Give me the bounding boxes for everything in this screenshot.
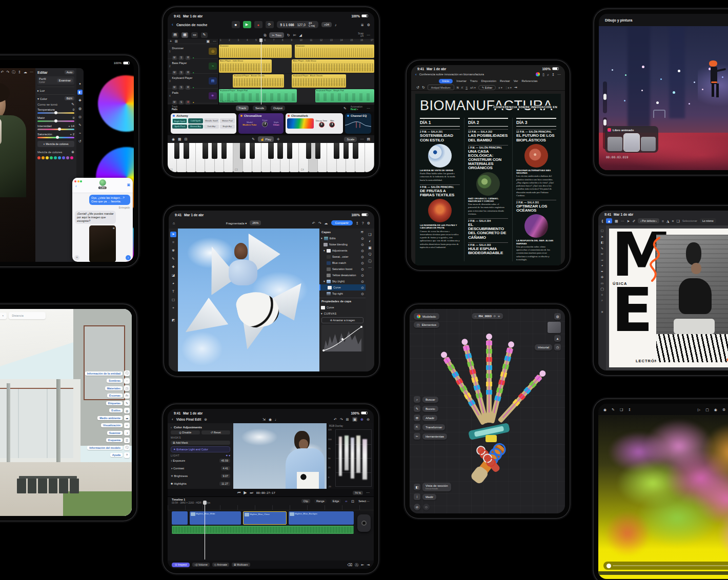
minimize-icon[interactable]: ⊖ bbox=[367, 418, 370, 421]
record-take-icon[interactable]: ◉ bbox=[172, 137, 175, 141]
move-tool[interactable]: ➤ bbox=[170, 232, 176, 237]
wet-knob[interactable] bbox=[329, 122, 335, 128]
play-surface-button[interactable]: ☝ Play bbox=[258, 136, 274, 142]
layer-row[interactable]: Yellow desaturation⊙ bbox=[319, 272, 366, 278]
tab-ver[interactable]: Ver bbox=[514, 79, 518, 82]
project-title[interactable]: Video Final Edit bbox=[176, 418, 201, 421]
track-header-pads[interactable]: 4 Pads M S R ● ✳ bbox=[168, 89, 218, 103]
play-icon[interactable]: ▶ bbox=[244, 491, 247, 495]
solo-button[interactable]: S bbox=[179, 100, 184, 105]
layer-row[interactable]: Blue match⊙ bbox=[319, 260, 366, 266]
modelado-button[interactable]: Modelado bbox=[414, 313, 439, 320]
lasso-tool[interactable]: ✾ bbox=[170, 248, 176, 254]
cloud-icon[interactable]: ☁ bbox=[24, 70, 27, 74]
brush-size-slider[interactable] bbox=[603, 81, 607, 113]
split-icon[interactable]: ✄ bbox=[293, 33, 296, 37]
mezcla-colores-button[interactable]: ◐ Mezcla de colores bbox=[37, 141, 74, 147]
text-tool[interactable]: T bbox=[170, 289, 176, 295]
regions-view-button[interactable]: ▦ bbox=[181, 32, 188, 38]
message-photo[interactable]: ⊗ bbox=[89, 225, 116, 262]
audio-clip[interactable] bbox=[172, 526, 354, 534]
slider-track[interactable] bbox=[37, 120, 74, 122]
clip[interactable]: Skyline_Blue_Backgro bbox=[289, 511, 354, 525]
project-title[interactable]: Dibujo y pintura bbox=[605, 18, 632, 22]
layer-row[interactable]: Sweat...oster⊙ bbox=[319, 254, 366, 260]
delete-icon[interactable]: ⌫ bbox=[347, 563, 352, 567]
loop-icon[interactable]: ∞ bbox=[345, 500, 347, 503]
tab-disposicion[interactable]: Disposición bbox=[481, 79, 496, 82]
eye-icon[interactable]: ⊙ bbox=[361, 274, 364, 277]
editar-button[interactable]: ✎ Editar bbox=[478, 85, 496, 90]
eraser-tool[interactable]: ◪ bbox=[170, 273, 176, 278]
back-chevron-icon[interactable]: ‹ bbox=[172, 22, 173, 27]
indent-icon[interactable]: ⇥ bbox=[514, 86, 517, 89]
filter-icon[interactable]: ≋ bbox=[360, 230, 363, 234]
share-icon[interactable]: ↥ bbox=[552, 73, 555, 76]
slider-track[interactable] bbox=[37, 112, 74, 114]
plugin-chromaglow[interactable]: ChromaGlow ModelModern Tube Drive StyleC… bbox=[238, 113, 284, 134]
swatch[interactable] bbox=[37, 156, 41, 159]
browser-icon[interactable]: ⊞ bbox=[346, 418, 349, 421]
eye-icon[interactable]: ⊙ bbox=[361, 255, 364, 259]
swatch[interactable] bbox=[50, 156, 53, 159]
button-soften[interactable]: Suavizar◑ bbox=[107, 430, 130, 436]
disable-snap-icon[interactable]: ⊘ bbox=[414, 504, 420, 510]
appearance-icon[interactable]: ◍ bbox=[554, 313, 561, 320]
font-size-button[interactable]: aA ▾ bbox=[470, 86, 476, 89]
decay-knob[interactable] bbox=[319, 122, 325, 128]
disable-button[interactable]: ◎ Disable bbox=[171, 430, 200, 434]
lens-icon[interactable]: ◎ bbox=[77, 114, 83, 119]
mic-icon[interactable]: ♩ bbox=[275, 418, 278, 421]
layer-row-selected[interactable]: Curve⊙ bbox=[319, 284, 366, 291]
share-button[interactable]: Compartir bbox=[331, 220, 353, 225]
layers-icon[interactable]: ❏ bbox=[368, 233, 371, 236]
align-snap-icon[interactable]: ⊙ bbox=[423, 504, 430, 510]
cloud-icon[interactable]: ☁ bbox=[325, 221, 328, 225]
pencil-tool[interactable]: ✏ bbox=[601, 252, 603, 256]
undo-icon[interactable]: ↶ bbox=[1, 70, 4, 74]
eye-icon[interactable]: ⊙ bbox=[361, 292, 364, 296]
vector-brush-tool[interactable]: ✎ bbox=[601, 246, 603, 250]
key-offset[interactable]: +04 bbox=[321, 22, 332, 27]
piano-keyboard[interactable]: C2 C3 C4 bbox=[168, 143, 374, 172]
redo-icon[interactable]: ↷ bbox=[340, 418, 343, 421]
isometric-icon[interactable]: ▲ bbox=[554, 335, 561, 342]
prev-frame-icon[interactable]: ⏮ bbox=[237, 491, 240, 494]
canvas[interactable] bbox=[178, 229, 319, 371]
region[interactable]: Bass Player - Indie Disco bbox=[219, 59, 272, 73]
bar-ruler[interactable]: 1234567891011121314151617 bbox=[219, 39, 374, 44]
back-chevron-icon[interactable]: ‹ bbox=[415, 72, 417, 77]
fg-color[interactable]: ◩ bbox=[170, 318, 176, 323]
copy-icon[interactable]: ⧉ bbox=[264, 33, 266, 37]
trim-tool[interactable]: ✂ Trim bbox=[269, 32, 284, 38]
examinar-button[interactable]: Examinar bbox=[57, 78, 73, 82]
section-color[interactable]: ▾ Color bbox=[37, 97, 47, 100]
edit-icon[interactable]: ✦ bbox=[77, 81, 83, 87]
snap-icon[interactable]: ⌗ bbox=[662, 219, 664, 223]
stop-icon[interactable]: ▢ bbox=[705, 408, 709, 411]
undo-icon[interactable]: ↶ bbox=[312, 221, 315, 225]
measure-input[interactable]: Distancia bbox=[9, 312, 46, 319]
settings-icon[interactable]: ⚙ bbox=[367, 23, 370, 27]
dreams-canvas[interactable]: Libro animado 00:00:03.019 bbox=[599, 26, 728, 170]
timeline-name[interactable]: Timeline 1 bbox=[172, 498, 185, 501]
mobile-view-icon[interactable]: ▯ bbox=[542, 73, 544, 76]
clip[interactable] bbox=[172, 511, 188, 525]
play-button[interactable]: ▶ bbox=[243, 21, 251, 28]
info-icon[interactable]: ⓘ bbox=[368, 259, 372, 263]
region[interactable]: Bass Player - Indie Disco bbox=[292, 59, 374, 73]
slider-brightness[interactable]: ☀ Brightness9.07 bbox=[171, 474, 230, 478]
reset-button[interactable]: ↺ Reset bbox=[201, 430, 231, 434]
document-page[interactable]: BIOMANUFACTURACONFERENCIA SOBRE INNOVACI… bbox=[415, 94, 561, 265]
swatch[interactable] bbox=[46, 156, 49, 159]
layer-row[interactable]: ▾Sky (right)⊙ bbox=[319, 278, 366, 284]
layer-row[interactable]: Noise blending⊙ bbox=[319, 241, 366, 247]
region[interactable]: Keyboard Player - Simple Pad bbox=[315, 89, 374, 102]
fill-tool[interactable]: ◕ bbox=[170, 281, 176, 286]
button-entity-info[interactable]: Información de la entidadⓘ bbox=[85, 370, 130, 376]
insert-right-icon[interactable]: ⇥ bbox=[367, 563, 370, 567]
zoom-tool[interactable]: ⌕ bbox=[601, 299, 603, 302]
brush-tool[interactable]: ✎ bbox=[170, 256, 176, 262]
fill-tool[interactable]: ◕ bbox=[601, 264, 603, 267]
move-tool[interactable]: ➤ bbox=[601, 235, 603, 238]
